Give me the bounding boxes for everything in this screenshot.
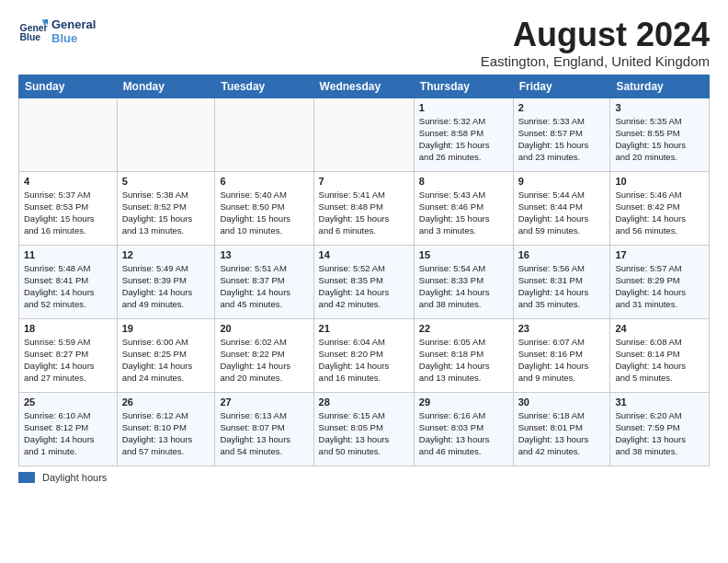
month-title: August 2024 xyxy=(481,17,710,53)
calendar-body: 1Sunrise: 5:32 AM Sunset: 8:58 PM Daylig… xyxy=(19,98,710,465)
day-cell: 28Sunrise: 6:15 AM Sunset: 8:05 PM Dayli… xyxy=(313,392,414,465)
day-number: 26 xyxy=(122,396,210,408)
day-cell: 5Sunrise: 5:38 AM Sunset: 8:52 PM Daylig… xyxy=(117,171,215,245)
day-cell: 25Sunrise: 6:10 AM Sunset: 8:12 PM Dayli… xyxy=(19,392,118,465)
day-number: 30 xyxy=(518,396,606,408)
day-cell: 14Sunrise: 5:52 AM Sunset: 8:35 PM Dayli… xyxy=(313,245,414,318)
day-cell: 27Sunrise: 6:13 AM Sunset: 8:07 PM Dayli… xyxy=(215,392,313,465)
day-info: Sunrise: 5:46 AM Sunset: 8:42 PM Dayligh… xyxy=(615,189,704,237)
weekday-friday: Friday xyxy=(513,75,610,98)
day-number: 15 xyxy=(419,249,508,260)
day-cell: 17Sunrise: 5:57 AM Sunset: 8:29 PM Dayli… xyxy=(610,245,710,318)
day-cell xyxy=(19,98,118,171)
day-info: Sunrise: 5:35 AM Sunset: 8:55 PM Dayligh… xyxy=(615,115,704,164)
day-number: 28 xyxy=(319,396,409,408)
day-cell: 19Sunrise: 6:00 AM Sunset: 8:25 PM Dayli… xyxy=(117,318,215,392)
day-number: 9 xyxy=(518,176,606,187)
day-cell: 12Sunrise: 5:49 AM Sunset: 8:39 PM Dayli… xyxy=(117,245,215,318)
day-cell: 11Sunrise: 5:48 AM Sunset: 8:41 PM Dayli… xyxy=(19,245,118,318)
day-info: Sunrise: 5:37 AM Sunset: 8:53 PM Dayligh… xyxy=(24,189,112,237)
day-number: 12 xyxy=(122,249,210,260)
day-cell: 24Sunrise: 6:08 AM Sunset: 8:14 PM Dayli… xyxy=(610,318,710,392)
day-info: Sunrise: 6:05 AM Sunset: 8:18 PM Dayligh… xyxy=(419,336,508,385)
day-cell: 13Sunrise: 5:51 AM Sunset: 8:37 PM Dayli… xyxy=(215,245,313,318)
weekday-tuesday: Tuesday xyxy=(215,75,313,98)
day-info: Sunrise: 6:08 AM Sunset: 8:14 PM Dayligh… xyxy=(615,336,704,385)
day-number: 4 xyxy=(24,176,112,187)
day-number: 10 xyxy=(615,176,704,187)
day-info: Sunrise: 6:12 AM Sunset: 8:10 PM Dayligh… xyxy=(122,409,210,458)
week-row-2: 11Sunrise: 5:48 AM Sunset: 8:41 PM Dayli… xyxy=(19,245,710,318)
day-number: 29 xyxy=(419,396,508,408)
day-number: 11 xyxy=(24,249,112,260)
day-cell: 21Sunrise: 6:04 AM Sunset: 8:20 PM Dayli… xyxy=(313,318,414,392)
day-info: Sunrise: 5:49 AM Sunset: 8:39 PM Dayligh… xyxy=(122,262,210,311)
day-info: Sunrise: 6:15 AM Sunset: 8:05 PM Dayligh… xyxy=(319,409,409,458)
weekday-wednesday: Wednesday xyxy=(313,75,414,98)
day-cell: 26Sunrise: 6:12 AM Sunset: 8:10 PM Dayli… xyxy=(117,392,215,465)
day-number: 20 xyxy=(220,323,308,334)
day-cell: 23Sunrise: 6:07 AM Sunset: 8:16 PM Dayli… xyxy=(513,318,610,392)
svg-text:General: General xyxy=(20,23,48,33)
logo-icon: General Blue xyxy=(18,17,48,46)
day-number: 21 xyxy=(319,323,409,334)
day-cell xyxy=(313,98,414,171)
logo: General Blue General Blue xyxy=(18,17,96,46)
day-info: Sunrise: 5:57 AM Sunset: 8:29 PM Dayligh… xyxy=(615,262,704,311)
day-cell: 4Sunrise: 5:37 AM Sunset: 8:53 PM Daylig… xyxy=(19,171,118,245)
day-number: 31 xyxy=(615,396,704,408)
logo-text: General Blue xyxy=(51,17,96,45)
legend-color xyxy=(18,472,35,483)
day-info: Sunrise: 6:00 AM Sunset: 8:25 PM Dayligh… xyxy=(122,336,210,385)
day-info: Sunrise: 5:41 AM Sunset: 8:48 PM Dayligh… xyxy=(319,189,409,237)
weekday-monday: Monday xyxy=(117,75,215,98)
day-number: 23 xyxy=(518,323,606,334)
weekday-sunday: Sunday xyxy=(19,75,118,98)
day-cell: 9Sunrise: 5:44 AM Sunset: 8:44 PM Daylig… xyxy=(513,171,610,245)
day-info: Sunrise: 5:48 AM Sunset: 8:41 PM Dayligh… xyxy=(24,262,112,311)
calendar-table: SundayMondayTuesdayWednesdayThursdayFrid… xyxy=(18,75,710,466)
day-info: Sunrise: 5:59 AM Sunset: 8:27 PM Dayligh… xyxy=(24,336,112,385)
day-info: Sunrise: 5:51 AM Sunset: 8:37 PM Dayligh… xyxy=(220,262,308,311)
header: General Blue General Blue August 2024 Ea… xyxy=(18,17,710,69)
day-number: 8 xyxy=(419,176,508,187)
day-number: 16 xyxy=(518,249,606,260)
day-cell: 31Sunrise: 6:20 AM Sunset: 7:59 PM Dayli… xyxy=(610,392,710,465)
week-row-1: 4Sunrise: 5:37 AM Sunset: 8:53 PM Daylig… xyxy=(19,171,710,245)
day-cell: 8Sunrise: 5:43 AM Sunset: 8:46 PM Daylig… xyxy=(414,171,513,245)
day-cell: 30Sunrise: 6:18 AM Sunset: 8:01 PM Dayli… xyxy=(513,392,610,465)
day-cell: 15Sunrise: 5:54 AM Sunset: 8:33 PM Dayli… xyxy=(414,245,513,318)
day-cell: 2Sunrise: 5:33 AM Sunset: 8:57 PM Daylig… xyxy=(513,98,610,171)
day-cell: 6Sunrise: 5:40 AM Sunset: 8:50 PM Daylig… xyxy=(215,171,313,245)
day-number: 7 xyxy=(319,176,409,187)
weekday-header-row: SundayMondayTuesdayWednesdayThursdayFrid… xyxy=(19,75,710,98)
day-number: 1 xyxy=(419,102,508,113)
day-info: Sunrise: 6:16 AM Sunset: 8:03 PM Dayligh… xyxy=(419,409,508,458)
day-info: Sunrise: 5:33 AM Sunset: 8:57 PM Dayligh… xyxy=(518,115,606,164)
week-row-4: 25Sunrise: 6:10 AM Sunset: 8:12 PM Dayli… xyxy=(19,392,710,465)
week-row-3: 18Sunrise: 5:59 AM Sunset: 8:27 PM Dayli… xyxy=(19,318,710,392)
day-number: 2 xyxy=(518,102,606,113)
day-cell: 18Sunrise: 5:59 AM Sunset: 8:27 PM Dayli… xyxy=(19,318,118,392)
week-row-0: 1Sunrise: 5:32 AM Sunset: 8:58 PM Daylig… xyxy=(19,98,710,171)
day-info: Sunrise: 6:10 AM Sunset: 8:12 PM Dayligh… xyxy=(24,409,112,458)
day-number: 6 xyxy=(220,176,308,187)
weekday-saturday: Saturday xyxy=(610,75,710,98)
location-title: Eastington, England, United Kingdom xyxy=(481,53,710,69)
day-number: 18 xyxy=(24,323,112,334)
legend: Daylight hours xyxy=(18,472,710,483)
day-cell: 10Sunrise: 5:46 AM Sunset: 8:42 PM Dayli… xyxy=(610,171,710,245)
day-cell xyxy=(117,98,215,171)
day-info: Sunrise: 6:18 AM Sunset: 8:01 PM Dayligh… xyxy=(518,409,606,458)
page: General Blue General Blue August 2024 Ea… xyxy=(0,0,728,494)
legend-label: Daylight hours xyxy=(42,472,107,483)
weekday-thursday: Thursday xyxy=(414,75,513,98)
day-info: Sunrise: 5:44 AM Sunset: 8:44 PM Dayligh… xyxy=(518,189,606,237)
day-info: Sunrise: 6:04 AM Sunset: 8:20 PM Dayligh… xyxy=(319,336,409,385)
day-cell: 7Sunrise: 5:41 AM Sunset: 8:48 PM Daylig… xyxy=(313,171,414,245)
day-cell: 20Sunrise: 6:02 AM Sunset: 8:22 PM Dayli… xyxy=(215,318,313,392)
day-number: 3 xyxy=(615,102,704,113)
day-cell: 3Sunrise: 5:35 AM Sunset: 8:55 PM Daylig… xyxy=(610,98,710,171)
day-info: Sunrise: 5:52 AM Sunset: 8:35 PM Dayligh… xyxy=(319,262,409,311)
day-info: Sunrise: 6:07 AM Sunset: 8:16 PM Dayligh… xyxy=(518,336,606,385)
